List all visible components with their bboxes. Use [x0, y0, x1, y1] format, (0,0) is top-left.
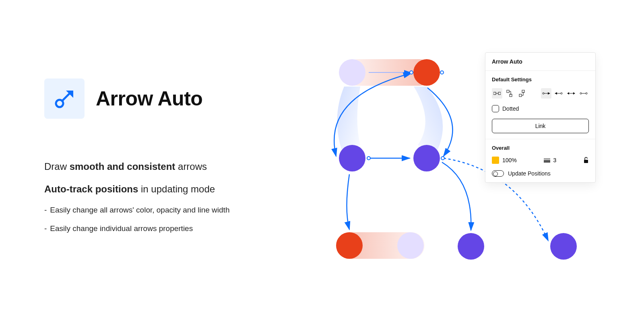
dotted-checkbox[interactable]	[492, 105, 499, 112]
connector-straight-icon[interactable]	[492, 88, 502, 99]
settings-panel: Arrow Auto Default Settings	[485, 52, 596, 183]
diagram-node-red[interactable]	[413, 59, 440, 86]
connector-elbow-down-icon[interactable]	[504, 88, 515, 99]
stroke-lines-icon	[544, 158, 550, 163]
svg-point-9	[410, 71, 413, 74]
color-swatch-icon	[492, 157, 499, 164]
svg-point-8	[397, 232, 424, 259]
description-line-1: Draw smooth and consistent arrows	[44, 160, 278, 173]
arrowhead-start-icon[interactable]	[553, 88, 564, 99]
svg-rect-35	[584, 160, 588, 163]
svg-point-31	[586, 93, 587, 94]
svg-rect-13	[493, 92, 496, 95]
arrowhead-both-icon[interactable]	[566, 88, 576, 99]
arrow-logo-icon	[52, 87, 76, 111]
svg-marker-22	[548, 92, 550, 95]
link-button[interactable]: Link	[492, 119, 589, 133]
svg-point-29	[580, 93, 582, 94]
svg-rect-18	[519, 94, 522, 97]
svg-point-25	[561, 93, 562, 94]
lock-toggle[interactable]	[583, 157, 589, 163]
defaults-title: Default Settings	[492, 76, 589, 83]
svg-point-7	[339, 59, 365, 86]
panel-title: Arrow Auto	[485, 53, 595, 71]
hero: Arrow Auto	[44, 78, 278, 119]
diagram-node-red[interactable]	[336, 232, 363, 259]
diagram-node-purple[interactable]	[550, 233, 577, 260]
svg-line-1	[62, 93, 70, 101]
diagram-node-purple[interactable]	[339, 145, 365, 171]
logo	[44, 78, 85, 119]
svg-point-12	[441, 157, 444, 160]
connector-style-group	[492, 88, 527, 99]
arrowhead-end-icon[interactable]	[541, 88, 551, 99]
bullet-item: Easily change all arrows' color, opacity…	[44, 206, 278, 215]
description-line-2: Auto-track positions in updating mode	[44, 183, 278, 196]
svg-point-11	[367, 157, 370, 160]
svg-point-10	[440, 71, 444, 74]
unlock-icon	[583, 157, 589, 163]
arrowhead-none-icon[interactable]	[578, 88, 589, 99]
diagram-canvas: Arrow Auto Default Settings	[306, 52, 596, 278]
update-positions-toggle[interactable]	[492, 170, 504, 177]
arrowhead-style-group	[541, 88, 589, 99]
stroke-width-control[interactable]: 3	[544, 157, 557, 163]
svg-point-20	[543, 93, 544, 94]
dotted-label: Dotted	[502, 105, 519, 112]
svg-marker-28	[573, 92, 575, 95]
update-positions-label: Update Positions	[508, 170, 551, 177]
connector-elbow-up-icon[interactable]	[517, 88, 527, 99]
diagram-node-purple[interactable]	[458, 233, 484, 260]
bullet-item: Easily change individual arrows properti…	[44, 224, 278, 233]
page-title: Arrow Auto	[96, 87, 202, 110]
overall-title: Overall	[492, 145, 589, 151]
svg-rect-15	[498, 92, 501, 95]
svg-rect-16	[507, 90, 509, 93]
diagram-node-purple[interactable]	[413, 145, 440, 171]
opacity-control[interactable]: 100%	[492, 157, 517, 164]
